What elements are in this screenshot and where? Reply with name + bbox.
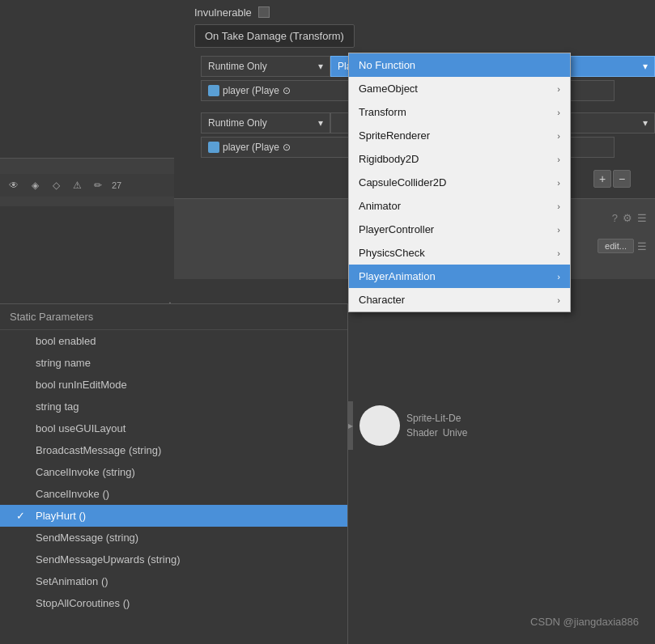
static-panel: Static Parameters bool enabledstring nam…: [0, 303, 348, 644]
static-item-label-bool_runInEditMode: bool runInEditMode: [36, 379, 127, 391]
plus-minus-area: + −: [593, 170, 631, 188]
static-item-label-SendMessageUpwards: SendMessageUpwards (string): [36, 553, 180, 566]
static-item-bool_useGUILayout[interactable]: bool useGUILayout: [0, 417, 347, 439]
menu-item-transform[interactable]: Transform›: [349, 100, 570, 124]
event-label: On Take Damage (Transform): [194, 24, 355, 48]
tag-icon[interactable]: ◇: [49, 178, 63, 193]
question-icon[interactable]: ?: [612, 212, 618, 224]
menu-item-label-capsule_collider2d: CapsuleCollider2D: [359, 176, 446, 189]
add-event-button[interactable]: +: [593, 170, 611, 188]
watermark: CSDN @jiangdaxia886: [530, 616, 639, 628]
menu-item-physics_check[interactable]: PhysicsCheck›: [349, 241, 570, 265]
static-item-StopAllCoroutines[interactable]: StopAllCoroutines (): [0, 592, 347, 614]
shader-label: Shader: [406, 427, 438, 439]
bookmark-icon[interactable]: ◈: [28, 178, 42, 193]
static-item-SetAnimation[interactable]: SetAnimation (): [0, 570, 347, 592]
menu-item-player_controller[interactable]: PlayerController›: [349, 218, 570, 241]
invulnerable-label: Invulnerable: [194, 6, 252, 19]
menu-item-animator[interactable]: Animator›: [349, 194, 570, 218]
sprite-name: Sprite-Lit-De: [406, 413, 467, 424]
menu-item-label-no_function: No Function: [359, 59, 415, 71]
menu-item-label-physics_check: PhysicsCheck: [359, 247, 425, 259]
arrow-icon-sprite_renderer: ›: [557, 131, 560, 141]
menu-item-player_animation[interactable]: PlayerAnimation›: [349, 265, 570, 288]
menu-item-no_function[interactable]: No Function: [349, 53, 570, 77]
static-header: Static Parameters: [0, 304, 347, 330]
static-item-PlayHurt[interactable]: ✓PlayHurt (): [0, 505, 347, 527]
remove-event-button[interactable]: −: [613, 170, 631, 188]
static-item-label-string_tag: string tag: [36, 400, 79, 413]
menu-item-character[interactable]: Character›: [349, 288, 570, 311]
static-item-SendMessage[interactable]: SendMessage (string): [0, 527, 347, 549]
question-area: ? ⚙ ☰: [612, 212, 647, 224]
static-item-BroadcastMessage[interactable]: BroadcastMessage (string): [0, 439, 347, 461]
menu-item-label-gameobject: GameObject: [359, 83, 418, 95]
warning-icon[interactable]: ⚠: [70, 178, 84, 193]
static-item-label-bool_enabled: bool enabled: [36, 335, 96, 347]
static-item-bool_runInEditMode[interactable]: bool runInEditMode: [0, 374, 347, 396]
arrow-icon-player_controller: ›: [557, 225, 560, 235]
static-item-label-bool_useGUILayout: bool useGUILayout: [36, 422, 125, 434]
static-item-SendMessageUpwards[interactable]: SendMessageUpwards (string): [0, 549, 347, 570]
right-dropdown-menu: No FunctionGameObject›Transform›SpriteRe…: [348, 53, 571, 312]
arrow-icon-rigidbody2d: ›: [557, 155, 560, 164]
arrow-icon-physics_check: ›: [557, 248, 560, 258]
bottom-toolbar: 👁 ◈ ◇ ⚠ ✏ 27: [0, 174, 174, 197]
static-item-CancelInvoke_str[interactable]: CancelInvoke (string): [0, 461, 347, 483]
arrow-icon-gameobject: ›: [557, 84, 560, 94]
runtime-dropdown2[interactable]: Runtime Only ▾: [201, 112, 330, 133]
static-item-label-PlayHurt: PlayHurt (): [36, 510, 86, 522]
arrow-icon-capsule_collider2d: ›: [557, 178, 560, 188]
menu-item-label-rigidbody2d: Rigidbody2D: [359, 153, 419, 165]
menu-item-rigidbody2d[interactable]: Rigidbody2D›: [349, 147, 570, 171]
shader-value: Unive: [443, 427, 468, 439]
static-item-label-SetAnimation: SetAnimation (): [36, 575, 108, 587]
menu-items-container: No FunctionGameObject›Transform›SpriteRe…: [349, 53, 570, 311]
menu-item-label-player_animation: PlayerAnimation: [359, 270, 436, 282]
static-item-string_tag[interactable]: string tag: [0, 396, 347, 417]
arrow-icon-transform: ›: [557, 108, 560, 117]
static-item-CancelInvoke[interactable]: CancelInvoke (): [0, 483, 347, 505]
menu-item-label-transform: Transform: [359, 106, 406, 118]
menu-item-sprite_renderer[interactable]: SpriteRenderer›: [349, 124, 570, 147]
arrow-icon-character: ›: [557, 295, 560, 305]
invulnerable-row: Invulnerable: [0, 0, 655, 24]
static-item-label-string_name: string name: [36, 357, 91, 369]
menu-item-gameobject[interactable]: GameObject›: [349, 77, 570, 100]
edit-button[interactable]: edit...: [598, 239, 634, 253]
badge-count: 27: [112, 180, 121, 190]
list-icon[interactable]: ☰: [637, 212, 647, 224]
arrow-icon-player_animation: ›: [557, 272, 560, 282]
static-item-label-SendMessage: SendMessage (string): [36, 532, 138, 544]
static-item-label-CancelInvoke_str: CancelInvoke (string): [36, 466, 135, 478]
list-icon2[interactable]: ☰: [637, 240, 647, 252]
invulnerable-checkbox[interactable]: [258, 6, 270, 18]
menu-item-label-player_controller: PlayerController: [359, 223, 434, 235]
static-item-bool_enabled[interactable]: bool enabled: [0, 330, 347, 352]
menu-item-label-sprite_renderer: SpriteRenderer: [359, 129, 430, 142]
checkmark-PlayHurt: ✓: [16, 510, 29, 522]
menu-item-label-animator: Animator: [359, 200, 401, 212]
runtime-dropdown1[interactable]: Runtime Only ▾: [201, 56, 330, 77]
edit-buttons: edit... ☰: [598, 239, 647, 253]
static-item-label-BroadcastMessage: BroadcastMessage (string): [36, 444, 161, 456]
static-items-container: bool enabledstring namebool runInEditMod…: [0, 330, 347, 614]
menu-item-capsule_collider2d[interactable]: CapsuleCollider2D›: [349, 171, 570, 194]
brush-icon[interactable]: ✏: [91, 178, 105, 193]
static-item-label-StopAllCoroutines: StopAllCoroutines (): [36, 597, 130, 609]
settings-icon[interactable]: ⚙: [623, 212, 632, 224]
static-item-string_name[interactable]: string name: [0, 352, 347, 374]
menu-item-label-character: Character: [359, 294, 405, 306]
static-item-label-CancelInvoke: CancelInvoke (): [36, 488, 109, 500]
player-icon2: [208, 142, 219, 153]
eye-icon[interactable]: 👁: [6, 178, 21, 193]
player-icon1: [208, 85, 219, 96]
arrow-icon-animator: ›: [557, 201, 560, 211]
sprite-thumbnail: [359, 405, 400, 446]
